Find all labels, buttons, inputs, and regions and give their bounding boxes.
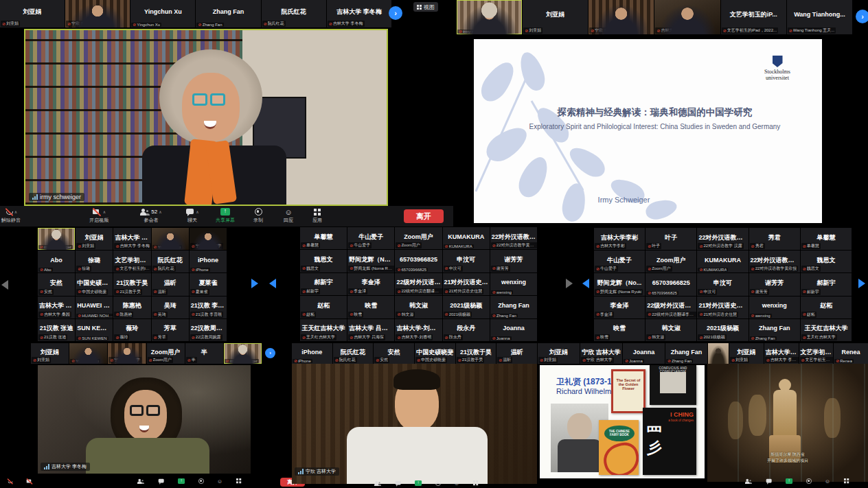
participant-tile[interactable]: 王天红吉林大学 ⊘王天红吉林大学 bbox=[801, 319, 852, 341]
participant-tile[interactable]: 宁欣 吉林大学 ⊘宁欣 吉林大学 bbox=[108, 343, 146, 364]
participant-tile[interactable]: 李金泽 ⊘李金泽 bbox=[594, 297, 645, 318]
mic-muted-icon[interactable] bbox=[7, 478, 13, 485]
participant-tile[interactable]: 郝新宇 ⊘郝新宇 bbox=[801, 273, 852, 295]
participant-tile[interactable]: 刘亚娟 ⊘刘亚娟 bbox=[0, 0, 65, 27]
participant-tile[interactable]: Yingchun Xu ⊘Yingchun Xu bbox=[130, 0, 195, 27]
participant-tile[interactable]: HUAWEI NOH-... ⊘HUAWEI NOH-... bbox=[76, 297, 113, 318]
participant-tile[interactable]: 21汉教 张迪 ⊘21汉教 张迪 bbox=[38, 319, 75, 341]
participant-tile[interactable]: 安然 ⊘安然 bbox=[38, 273, 75, 295]
apps-icon[interactable] bbox=[844, 478, 849, 483]
participants-button[interactable]: 52∧ 参会者 bbox=[129, 207, 173, 224]
next-page-arrow-icon[interactable] bbox=[858, 279, 865, 288]
unmute-button[interactable]: ∧ 解除静音 bbox=[0, 207, 33, 224]
participant-tile[interactable]: 吉林大学 李冬梅 ⊘吉林大学 李冬梅 bbox=[764, 343, 799, 364]
participant-tile[interactable]: SUN KEWEN ⊘SUN KEWEN bbox=[76, 319, 113, 341]
participant-tile[interactable]: wenxing ⊘wenxing bbox=[490, 273, 537, 295]
participant-tile[interactable]: 22对外汉语教学... ⊘22对外汉语教学 汉露 bbox=[697, 228, 748, 250]
participant-tile[interactable]: 陈惠艳 ⊘陈惠艳 bbox=[113, 297, 150, 318]
participant-tile[interactable]: 刘亚娟 ⊘刘亚娟 bbox=[538, 343, 580, 364]
participant-tile[interactable]: 映雪 ⊘映雪 bbox=[347, 296, 394, 318]
participant-tile[interactable]: 阮氏红花 ⊘阮氏红花 bbox=[333, 343, 374, 364]
participant-tile[interactable]: 刘亚娟 ⊘刘亚娟 bbox=[31, 343, 69, 364]
participant-tile[interactable]: wenxing ⊘wenxing bbox=[749, 297, 800, 318]
participant-tile[interactable]: 吉林大学 吕海琛 ⊘吉林大学 吕海琛 bbox=[347, 319, 394, 341]
participants-icon[interactable] bbox=[374, 480, 381, 487]
participant-tile[interactable]: 芳草 ⊘芳草 bbox=[152, 319, 189, 341]
participant-tile[interactable]: 野间龙辉（No... ⊘野间龙辉 (Noma Ryuki bbox=[347, 250, 394, 272]
participant-tile[interactable]: 薇玲 ⊘薇玲 bbox=[113, 319, 150, 341]
participant-tile[interactable]: 文艺学初玉的iP... ⊘文艺学初玉的iPad，2022... bbox=[113, 251, 150, 272]
participant-tile[interactable]: 21对外汉语史佳... ⊘21对外汉语史佳慧 bbox=[697, 297, 748, 318]
participant-tile[interactable]: 阮氏红花 ⊘阮氏红花 bbox=[262, 0, 326, 27]
participant-tile[interactable]: 中国史硕晓斐 ⊘中国史硕晓斐 bbox=[76, 273, 113, 295]
participant-tile[interactable]: KUMAKURA ⊘KUMAKURA bbox=[443, 227, 490, 249]
next-page-arrow-icon[interactable] bbox=[251, 279, 258, 288]
prev-page-arrow-icon[interactable] bbox=[582, 279, 589, 288]
participant-tile[interactable]: 吉林大学 李冬梅 ⊘吉林大学 李冬梅 bbox=[113, 228, 150, 250]
participant-tile[interactable]: 安然 ⊘安然 bbox=[374, 343, 414, 364]
reactions-icon[interactable]: ☺ bbox=[825, 478, 831, 485]
participant-tile[interactable]: 徐璐 ⊘徐璐 bbox=[76, 251, 113, 272]
participants-icon[interactable] bbox=[137, 478, 144, 485]
participant-tile[interactable]: 宁欣 吉林大学 ⊘宁欣 吉林大学 bbox=[589, 0, 654, 34]
participant-tile[interactable]: irmy schweiger ⊘irmy schweiger bbox=[457, 0, 522, 34]
participant-tile[interactable]: Zhang Fan ⊘Zhang Fan bbox=[665, 343, 707, 364]
participant-tile[interactable]: 谢芳芳 ⊘谢芳芳 bbox=[490, 250, 537, 272]
participant-tile[interactable]: Zhang Fan ⊘Zhang Fan bbox=[196, 0, 260, 27]
participant-tile[interactable]: 韩文淑 ⊘韩文淑 bbox=[395, 296, 442, 318]
participant-tile[interactable]: 22汉教周婉露 ⊘22汉教周婉露 bbox=[190, 319, 227, 341]
chat-icon[interactable] bbox=[766, 478, 772, 485]
participant-tile[interactable]: 阮氏红花 ⊘阮氏红花 bbox=[152, 251, 189, 272]
participant-tile[interactable]: 吉林大学 桑园 ⊘吉林大学 桑园 bbox=[38, 297, 75, 318]
participant-tile[interactable]: 牛山爱子 ⊘牛山爱子 bbox=[594, 251, 645, 272]
participant-tile[interactable]: 宁欣 吉林大学 ⊘宁欣 吉林大学 bbox=[580, 343, 622, 364]
participant-tile[interactable]: 2021级杨颖 ⊘2021级杨颖 bbox=[443, 296, 490, 318]
participant-tile[interactable] bbox=[708, 343, 729, 364]
reactions-icon[interactable]: ☺ bbox=[217, 478, 223, 485]
participant-tile[interactable]: irmy schweiger ⊘irmy schweiger bbox=[224, 343, 262, 364]
participant-tile[interactable]: Wang Tianhong... ⊘Wang Tianhong 王天... bbox=[787, 0, 852, 34]
record-icon[interactable] bbox=[806, 478, 812, 484]
participant-tile[interactable]: 22对外汉语教学... ⊘22对外汉语教学黄欣悦 bbox=[749, 251, 800, 272]
participant-tile[interactable]: iPhone ⊘iPhone bbox=[292, 343, 332, 364]
next-page-arrow-icon[interactable]: › bbox=[265, 348, 275, 358]
participant-tile[interactable]: 谢芳芳 ⊘谢芳芳 bbox=[749, 273, 800, 295]
participant-tile[interactable]: KUMAKURA ⊘KUMAKURA bbox=[697, 251, 748, 272]
participant-tile[interactable]: 21汉教于昊 ⊘21汉教于昊 bbox=[113, 273, 150, 295]
participant-tile[interactable]: 单馨慧 ⊘单馨慧 bbox=[801, 228, 852, 250]
participant-tile[interactable]: 李金泽 ⊘李金泽 bbox=[347, 273, 394, 295]
share-screen-icon[interactable] bbox=[786, 478, 792, 484]
participant-tile[interactable]: 吉林大学 李冬梅 ⊘吉林大学 李冬梅 bbox=[327, 0, 391, 27]
participant-tile[interactable]: Zoom用户 ⊘Zoom用户 bbox=[147, 343, 185, 364]
participant-tile[interactable]: Yingchun Xu ⊘Yingchun Xu bbox=[152, 228, 189, 250]
participant-tile[interactable]: Zoom用户 ⊘Zoom用户 bbox=[395, 227, 442, 249]
participant-tile[interactable]: 文艺学初玉的iP... ⊘文艺学初玉的iPad，2022... bbox=[721, 0, 786, 34]
record-icon[interactable] bbox=[198, 478, 204, 484]
next-page-arrow-icon[interactable]: › bbox=[389, 6, 402, 20]
participant-tile[interactable]: 叶子 ⊘叶子 bbox=[646, 228, 696, 250]
participant-tile[interactable]: 牛山爱子 ⊘牛山爱子 bbox=[347, 227, 394, 249]
leave-meeting-button[interactable]: 离开 bbox=[404, 209, 444, 223]
participant-tile[interactable]: 65703966825 ⊘65703966825 bbox=[646, 273, 696, 295]
participant-tile[interactable]: 文艺学初玉的iP... ⊘文艺学初玉的iPad，20... bbox=[799, 343, 834, 364]
participant-tile[interactable]: 21汉教 李晋晓 ⊘21汉教 李晋晓 bbox=[190, 297, 227, 318]
participant-tile[interactable]: 吉林大学 李冬梅 ⊘吉林大学 李冬梅 bbox=[654, 0, 720, 34]
participant-tile[interactable]: 赵柘 ⊘赵柘 bbox=[801, 297, 852, 318]
camera-off-icon[interactable] bbox=[26, 478, 33, 485]
prev-page-arrow-icon[interactable] bbox=[1, 280, 8, 290]
chat-icon[interactable] bbox=[158, 478, 164, 485]
participant-tile[interactable]: 刘亚娟 ⊘刘亚娟 bbox=[729, 343, 764, 364]
participant-tile[interactable]: 单馨慧 ⊘单馨慧 bbox=[300, 227, 347, 249]
next-page-arrow-icon[interactable]: › bbox=[856, 10, 868, 23]
participant-tile[interactable]: 宁欣 吉林大学 ⊘宁欣 吉林大学 bbox=[190, 228, 227, 250]
participant-tile[interactable]: 王天红吉林大学 ⊘王天红吉林大学 bbox=[300, 319, 347, 341]
next-page-arrow-icon[interactable] bbox=[566, 279, 573, 288]
prev-page-arrow-icon[interactable] bbox=[269, 279, 276, 288]
participant-tile[interactable]: 宁欣 吉林大学 ⊘宁欣 吉林大学 bbox=[65, 0, 130, 27]
participant-tile[interactable]: 韩文淑 ⊘韩文淑 bbox=[646, 319, 696, 341]
record-icon[interactable] bbox=[435, 480, 441, 486]
apps-icon[interactable] bbox=[473, 480, 478, 485]
apps-icon[interactable] bbox=[236, 478, 241, 483]
participant-tile[interactable]: 段永丹 ⊘段永丹 bbox=[443, 319, 490, 341]
participant-tile[interactable]: Joanna ⊘Joanna bbox=[623, 343, 665, 364]
